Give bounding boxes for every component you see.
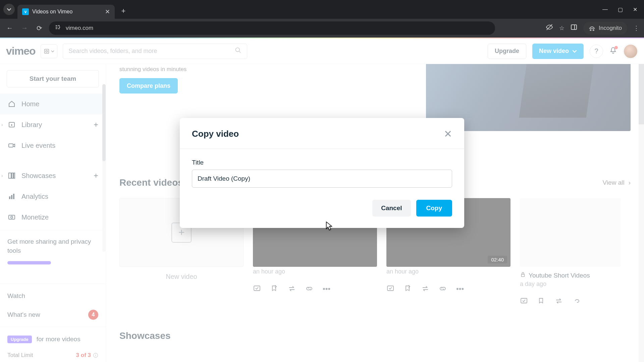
- browser-tab[interactable]: v Videos on Vimeo ✕: [17, 5, 115, 19]
- site-settings-icon[interactable]: [55, 24, 61, 32]
- browser-menu-icon[interactable]: ⋮: [633, 24, 639, 32]
- svg-rect-0: [56, 25, 57, 26]
- copy-button[interactable]: Copy: [416, 200, 452, 217]
- window-controls: — ▢ ✕: [602, 6, 641, 13]
- tab-title: Videos on Vimeo: [32, 9, 72, 15]
- dialog-close-icon[interactable]: ✕: [444, 128, 452, 140]
- maximize-icon[interactable]: ▢: [618, 6, 623, 13]
- modal-overlay: Copy video ✕ Title Cancel Copy: [0, 38, 644, 362]
- close-tab-icon[interactable]: ✕: [105, 8, 110, 15]
- side-panel-icon[interactable]: [571, 24, 577, 32]
- svg-rect-1: [56, 27, 57, 27]
- dialog-title: Copy video: [192, 129, 239, 139]
- vimeo-favicon: v: [22, 8, 29, 15]
- copy-video-dialog: Copy video ✕ Title Cancel Copy: [180, 118, 464, 228]
- reload-button[interactable]: ⟳: [34, 23, 44, 33]
- forward-button: →: [19, 23, 30, 33]
- svg-point-5: [58, 28, 60, 29]
- svg-rect-7: [571, 25, 577, 29]
- browser-tab-strip: v Videos on Vimeo ✕ + — ▢ ✕: [0, 0, 644, 19]
- url-field[interactable]: vimeo.com: [49, 21, 495, 35]
- tracking-icon[interactable]: [546, 23, 553, 33]
- cancel-button[interactable]: Cancel: [372, 200, 411, 217]
- back-button[interactable]: ←: [5, 23, 15, 33]
- new-tab-button[interactable]: +: [117, 5, 129, 17]
- incognito-chip[interactable]: Incognito: [583, 22, 627, 35]
- tab-search-button[interactable]: [3, 4, 15, 15]
- title-input[interactable]: [192, 170, 452, 188]
- svg-point-3: [58, 25, 60, 26]
- minimize-icon[interactable]: —: [602, 6, 608, 13]
- svg-rect-2: [56, 28, 57, 29]
- url-text: vimeo.com: [66, 25, 93, 32]
- svg-point-4: [59, 26, 60, 28]
- title-field-label: Title: [192, 159, 452, 166]
- bookmark-icon[interactable]: ☆: [559, 24, 565, 32]
- app-viewport: vimeo Search videos, folders, and more U…: [0, 38, 644, 362]
- incognito-label: Incognito: [599, 25, 622, 32]
- close-window-icon[interactable]: ✕: [633, 6, 637, 13]
- address-bar: ← → ⟳ vimeo.com ☆ Incognito ⋮: [0, 19, 644, 38]
